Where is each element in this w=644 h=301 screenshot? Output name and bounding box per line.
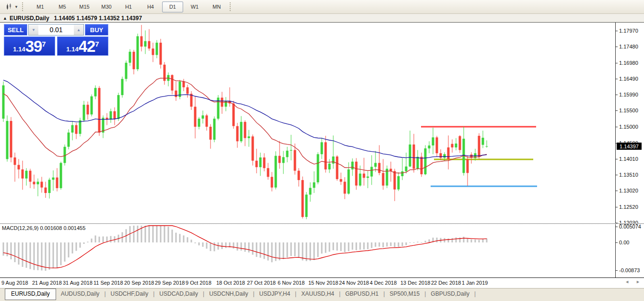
candle	[386, 166, 388, 188]
price-axis-label: 1.17970	[616, 27, 644, 34]
candle	[309, 182, 312, 202]
candle	[117, 93, 120, 121]
date-axis-label: 15 Nov 2018	[308, 280, 338, 286]
candle	[348, 162, 350, 194]
timeframe-buttons: M1M5M15M30H1H4D1W1MN	[29, 1, 228, 12]
candle	[447, 135, 450, 169]
candle	[355, 158, 358, 190]
chart-tab-audusd-daily[interactable]: AUDUSD,Daily	[56, 289, 105, 299]
scroll-left-icon[interactable]: ◄	[625, 279, 629, 284]
candle	[375, 151, 377, 172]
price-axis[interactable]: 1.179701.174801.169801.164901.159901.155…	[615, 23, 644, 277]
timeframe-button-m15[interactable]: M15	[74, 1, 95, 12]
lot-size-stepper: ▼ 0.01 ▲	[28, 24, 84, 36]
timeframe-button-h4[interactable]: H4	[140, 1, 161, 12]
candle	[275, 151, 277, 189]
timeframe-button-d1[interactable]: D1	[162, 1, 183, 12]
candle	[91, 95, 93, 117]
sell-quote-button[interactable]: 1.14397	[4, 36, 55, 56]
candle	[421, 153, 423, 177]
candle	[413, 134, 415, 173]
candle	[2, 82, 5, 122]
candle	[110, 108, 112, 123]
chart-tab-eurusd-daily[interactable]: EURUSD,Daily	[5, 289, 56, 300]
price-axis-label: 1.17480	[616, 43, 644, 50]
candle	[156, 40, 158, 59]
candle	[436, 136, 438, 157]
candle	[125, 60, 128, 82]
candle	[175, 82, 177, 101]
price-axis-label: 1.13020	[616, 187, 644, 194]
candle	[378, 145, 381, 175]
chart-tab-usdchf-daily[interactable]: USDCHF,Daily	[106, 289, 153, 299]
timeframe-button-w1[interactable]: W1	[184, 1, 205, 12]
timeframe-button-mn[interactable]: MN	[206, 1, 227, 12]
candle	[179, 80, 181, 99]
timeframe-button-m1[interactable]: M1	[30, 1, 51, 12]
chart-tab-xauusd-h4[interactable]: XAUUSD,H4	[296, 289, 339, 299]
pane-splitter[interactable]	[0, 223, 644, 224]
date-axis-label: 1 Jan 2019	[462, 280, 488, 286]
trade-panel-toggle-icon[interactable]: ▲	[3, 16, 7, 21]
date-axis-label: 27 Oct 2018	[247, 280, 276, 286]
candle	[298, 168, 300, 186]
candle	[451, 139, 454, 153]
timeframes-dropdown-caret[interactable]: ▼	[14, 5, 18, 9]
chart-plot-area[interactable]: SELL ▼ 0.01 ▲ BUY 1.14397 1.14427 MACD(1…	[0, 23, 615, 277]
date-axis[interactable]: ◄ ► 9 Aug 201821 Aug 201831 Aug 201811 S…	[0, 277, 644, 288]
candle	[405, 153, 408, 174]
chart-ohlc-values: 1.14405 1.14579 1.14352 1.14397	[54, 15, 142, 22]
candle	[171, 74, 174, 95]
candle	[206, 114, 208, 131]
chart-tab-gbpusd-daily[interactable]: GBPUSD,Daily	[426, 289, 474, 299]
chart-tab-usdjpy-h4[interactable]: USDJPY,H4	[255, 289, 295, 299]
candle	[459, 135, 461, 153]
timeframes-chart-icon[interactable]	[4, 2, 14, 12]
candle	[363, 158, 365, 186]
price-axis-label: 1.16490	[616, 75, 644, 82]
lot-size-value[interactable]: 0.01	[38, 24, 74, 35]
buy-quote-sup: 7	[95, 40, 99, 48]
timeframe-button-m5[interactable]: M5	[52, 1, 73, 12]
current-price-badge: 1.14397	[617, 143, 642, 150]
buy-button[interactable]: BUY	[85, 24, 108, 36]
candle	[164, 62, 166, 84]
sell-button[interactable]: SELL	[4, 24, 27, 36]
toolbar-grip[interactable]	[22, 2, 25, 11]
candle	[137, 34, 139, 71]
candle	[263, 153, 266, 171]
price-axis-label: 1.15500	[616, 107, 644, 114]
date-axis-label: 29 Sep 2018	[155, 280, 185, 286]
chart-tab-sp500-m15[interactable]: SP500,M15	[385, 289, 425, 299]
chart-tab-usdcad-daily[interactable]: USDCAD,Daily	[154, 289, 203, 299]
candle	[271, 172, 273, 191]
candle	[382, 159, 385, 190]
candle	[144, 30, 147, 54]
scroll-right-icon[interactable]: ►	[636, 279, 640, 284]
candle	[463, 127, 465, 176]
chart-canvas[interactable]	[0, 23, 615, 277]
timeframe-button-h1[interactable]: H1	[118, 1, 139, 12]
lot-decrease-button[interactable]: ▼	[29, 24, 38, 35]
candle	[302, 177, 304, 219]
candle	[33, 175, 35, 189]
timeframes-chart-glyph	[5, 3, 13, 11]
buy-quote-button[interactable]: 1.14427	[57, 36, 108, 56]
candle	[267, 163, 269, 180]
macd-indicator-label: MACD(12,26,9) 0.001608 0.001455	[2, 225, 85, 231]
chart-tab-usdcnh-daily[interactable]: USDCNH,Daily	[204, 289, 253, 299]
lot-increase-button[interactable]: ▲	[74, 24, 83, 35]
candle	[48, 178, 51, 198]
candle	[152, 43, 154, 62]
chart-tab-gbpusd-h1[interactable]: GBPUSD,H1	[340, 289, 383, 299]
timeframe-button-m30[interactable]: M30	[96, 1, 117, 12]
candle	[198, 117, 200, 130]
candle	[359, 166, 362, 187]
candle	[22, 161, 24, 190]
candle	[286, 147, 289, 162]
candle	[10, 117, 12, 162]
price-axis-label: 1.15000	[616, 123, 644, 130]
candle	[486, 140, 488, 147]
candle	[240, 116, 243, 143]
toolbar-grip-right[interactable]	[230, 2, 233, 11]
